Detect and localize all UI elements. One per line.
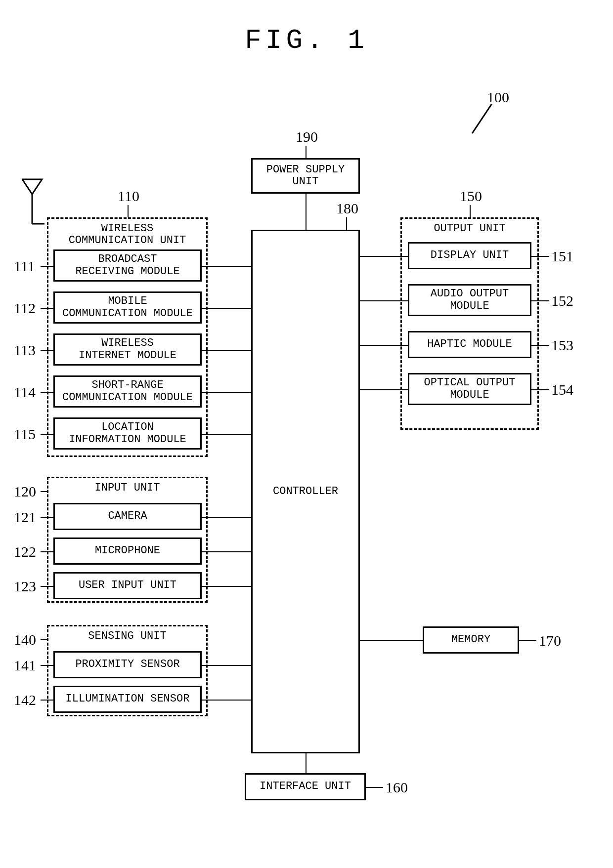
controller-label: CONTROLLER	[273, 486, 338, 497]
lead-140	[41, 639, 47, 640]
ref-152: 152	[551, 292, 573, 309]
lead-123	[41, 586, 53, 587]
lead-142	[41, 700, 53, 701]
ref-190: 190	[296, 128, 318, 145]
short-range-box: SHORT-RANGE COMMUNICATION MODULE	[53, 375, 202, 408]
camera-box: CAMERA	[53, 503, 202, 530]
lead-153	[531, 345, 549, 346]
ref-170: 170	[539, 632, 561, 649]
lead-113	[41, 350, 53, 351]
ref-140: 140	[14, 631, 36, 648]
lead-112	[41, 308, 53, 309]
lead-152	[531, 300, 549, 301]
lead-121	[41, 517, 53, 518]
lead-111	[41, 266, 53, 267]
figure-title: FIG. 1	[0, 25, 613, 56]
conn-141	[202, 665, 251, 666]
ref-112: 112	[14, 300, 36, 317]
ref-110: 110	[118, 188, 139, 205]
conn-115	[202, 434, 251, 435]
svg-line-0	[472, 104, 492, 133]
lead-120	[41, 491, 47, 492]
ref-142: 142	[14, 692, 36, 708]
ref-100: 100	[487, 89, 509, 106]
lead-190	[306, 146, 306, 158]
lead-160	[366, 787, 383, 788]
ref-114: 114	[14, 384, 36, 401]
ref-154: 154	[551, 381, 573, 398]
illumination-box: ILLUMINATION SENSOR	[53, 686, 202, 713]
system-pointer-icon	[467, 104, 497, 141]
ref-151: 151	[551, 248, 573, 265]
ref-113: 113	[14, 342, 36, 359]
audio-output-box: AUDIO OUTPUT MODULE	[408, 284, 531, 316]
lead-154	[531, 389, 549, 390]
sensing-unit-title: SENSING UNIT	[48, 630, 206, 642]
lead-110	[128, 205, 129, 217]
proximity-box: PROXIMITY SENSOR	[53, 651, 202, 678]
ref-141: 141	[14, 657, 36, 674]
mobile-comm-box: MOBILE COMMUNICATION MODULE	[53, 291, 202, 324]
location-box: LOCATION INFORMATION MODULE	[53, 417, 202, 450]
conn-113	[202, 350, 251, 351]
conn-153	[360, 345, 408, 346]
wireless-internet-box: WIRELESS INTERNET MODULE	[53, 333, 202, 366]
lead-115	[41, 434, 53, 435]
conn-123	[202, 586, 251, 587]
lead-141	[41, 665, 53, 666]
lead-122	[41, 551, 53, 552]
conn-121	[202, 517, 251, 518]
ref-120: 120	[14, 483, 36, 500]
conn-122	[202, 551, 251, 552]
conn-152	[360, 300, 408, 301]
lead-114	[41, 392, 53, 393]
input-unit-title: INPUT UNIT	[48, 482, 206, 494]
conn-154	[360, 389, 408, 390]
power-supply-box: POWER SUPPLY UNIT	[251, 158, 360, 194]
conn-111	[202, 266, 251, 267]
lead-150	[470, 205, 471, 217]
antenna-icon	[20, 177, 44, 236]
interface-box: INTERFACE UNIT	[245, 773, 366, 800]
ref-180: 180	[336, 200, 358, 217]
ref-153: 153	[551, 337, 573, 354]
conn-170	[360, 640, 423, 641]
lead-180	[346, 217, 347, 230]
ref-111: 111	[14, 258, 35, 275]
conn-114	[202, 392, 251, 393]
display-box: DISPLAY UNIT	[408, 242, 531, 269]
conn-160	[306, 753, 306, 773]
haptic-box: HAPTIC MODULE	[408, 331, 531, 358]
ref-150: 150	[460, 188, 482, 205]
conn-112	[202, 308, 251, 309]
ref-115: 115	[14, 426, 36, 443]
ref-123: 123	[14, 578, 36, 595]
broadcast-box: BROADCAST RECEIVING MODULE	[53, 249, 202, 282]
ref-160: 160	[386, 779, 408, 796]
ref-121: 121	[14, 509, 36, 526]
lead-151	[531, 256, 549, 257]
conn-142	[202, 700, 251, 701]
ref-122: 122	[14, 543, 36, 560]
controller-box: CONTROLLER	[251, 230, 360, 753]
output-unit-title: OUTPUT UNIT	[402, 223, 537, 235]
user-input-box: USER INPUT UNIT	[53, 572, 202, 599]
optical-output-box: OPTICAL OUTPUT MODULE	[408, 373, 531, 405]
conn-151	[360, 256, 408, 257]
lead-170	[519, 640, 536, 641]
conn-power-controller	[306, 194, 306, 230]
microphone-box: MICROPHONE	[53, 537, 202, 565]
wireless-unit-title: WIRELESS COMMUNICATION UNIT	[48, 223, 206, 247]
memory-box: MEMORY	[423, 626, 519, 654]
